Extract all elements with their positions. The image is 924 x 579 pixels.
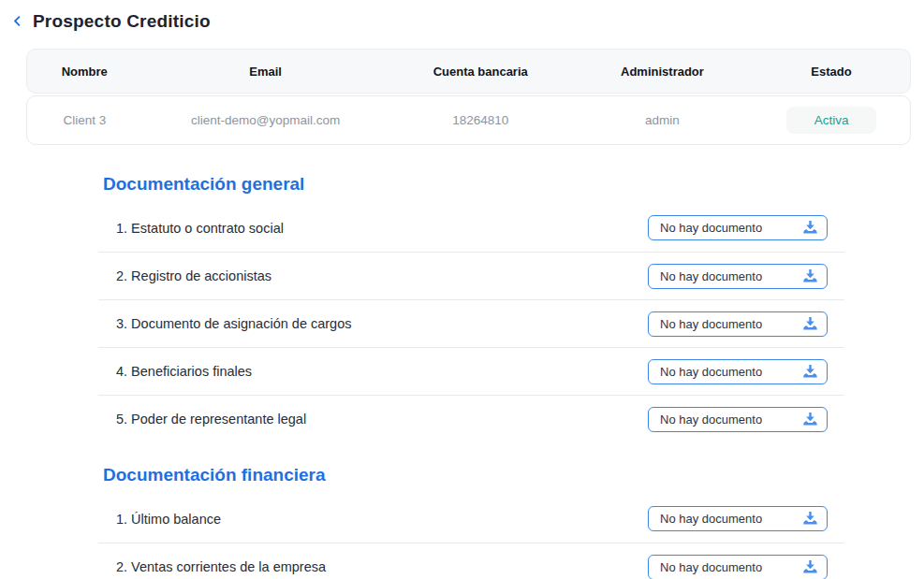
no-document-button[interactable]: No hay documento: [648, 407, 828, 432]
doc-button-label: No hay documento: [660, 560, 762, 574]
download-icon[interactable]: [802, 221, 818, 235]
doc-row: 2. Registro de accionistas No hay docume…: [98, 252, 844, 299]
client-table: Nombre Email Cuenta bancaria Administrad…: [26, 49, 911, 145]
doc-list-general: 1. Estatuto o contrato social No hay doc…: [98, 204, 844, 442]
doc-button-label: No hay documento: [660, 512, 762, 526]
doc-button-label: No hay documento: [660, 365, 762, 379]
column-header-email: Email: [142, 65, 389, 79]
cell-email: client-demo@yopmail.com: [142, 113, 389, 127]
no-document-button[interactable]: No hay documento: [648, 311, 828, 337]
column-header-nombre: Nombre: [27, 65, 142, 79]
doc-label: 1. Estatuto o contrato social: [116, 221, 284, 236]
download-icon[interactable]: [802, 365, 818, 379]
section-title-financiera: Documentación financiera: [98, 465, 844, 485]
doc-row: 5. Poder de representante legal No hay d…: [98, 395, 844, 442]
doc-label: 2. Ventas corrientes de la empresa: [116, 559, 326, 574]
no-document-button[interactable]: No hay documento: [648, 264, 828, 289]
doc-button-label: No hay documento: [660, 413, 762, 427]
column-header-administrador: Administrador: [572, 65, 753, 79]
no-document-button[interactable]: No hay documento: [648, 555, 828, 579]
client-table-row[interactable]: Client 3 client-demo@yopmail.com 1826481…: [26, 95, 911, 145]
doc-list-financiera: 1. Último balance No hay documento 2. Ve…: [98, 495, 844, 579]
download-icon[interactable]: [802, 560, 818, 574]
cell-estado: Activa: [753, 107, 910, 134]
download-icon[interactable]: [802, 317, 818, 331]
download-icon[interactable]: [802, 512, 818, 526]
doc-row: 2. Ventas corrientes de la empresa No ha…: [98, 543, 844, 579]
download-icon[interactable]: [802, 413, 818, 427]
client-table-header: Nombre Email Cuenta bancaria Administrad…: [26, 49, 911, 94]
column-header-estado: Estado: [753, 65, 910, 79]
cell-administrador: admin: [572, 113, 753, 127]
no-document-button[interactable]: No hay documento: [648, 359, 828, 384]
doc-label: 3. Documento de asignación de cargos: [116, 316, 352, 331]
doc-row: 1. Estatuto o contrato social No hay doc…: [98, 204, 844, 252]
doc-label: 2. Registro de accionistas: [116, 268, 271, 283]
section-title-general: Documentación general: [98, 174, 844, 195]
documentation-content: Documentación general 1. Estatuto o cont…: [98, 174, 844, 579]
doc-button-label: No hay documento: [660, 269, 762, 283]
page-header: Prospecto Crediticio: [0, 0, 924, 32]
doc-row: 1. Último balance No hay documento: [98, 495, 844, 543]
doc-label: 4. Beneficiarios finales: [116, 364, 252, 379]
no-document-button[interactable]: No hay documento: [648, 215, 828, 240]
doc-row: 4. Beneficiarios finales No hay document…: [98, 347, 844, 395]
doc-row: 3. Documento de asignación de cargos No …: [98, 299, 844, 347]
column-header-cuenta-bancaria: Cuenta bancaria: [389, 65, 572, 79]
download-icon[interactable]: [802, 269, 818, 283]
status-badge: Activa: [786, 107, 877, 134]
doc-label: 5. Poder de representante legal: [116, 412, 306, 427]
cell-nombre: Client 3: [27, 113, 142, 127]
doc-button-label: No hay documento: [660, 221, 762, 235]
no-document-button[interactable]: No hay documento: [648, 506, 828, 531]
page-title: Prospecto Crediticio: [33, 11, 211, 32]
doc-button-label: No hay documento: [660, 317, 762, 331]
doc-label: 1. Último balance: [116, 512, 221, 527]
cell-cuenta-bancaria: 18264810: [389, 113, 572, 127]
back-chevron-icon[interactable]: [9, 14, 24, 29]
